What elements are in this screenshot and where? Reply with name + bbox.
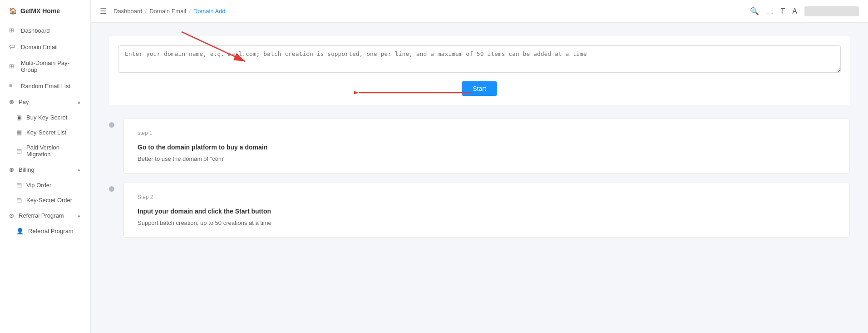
step-1-title: Go to the domain platform to buy a domai…	[138, 144, 836, 151]
sidebar: 🏠 GetMX Home ⊞ Dashboard 🏷 Domain Email …	[0, 0, 91, 333]
sidebar-item-random-email[interactable]: ≡ Random Email List	[0, 78, 90, 94]
sidebar-label-referral-program: Referral Program	[28, 228, 74, 234]
header-left: ☰ Dashboard / Domain Email / Domain Add	[100, 7, 226, 15]
sidebar-label-buy-key-secret: Buy Key-Secret	[26, 114, 67, 121]
step-1-description: Better to use the domain of "com"	[138, 155, 836, 162]
fullscreen-icon[interactable]: ⛶	[766, 7, 774, 15]
sidebar-label-paid-version-migration: Paid Version Migration	[26, 144, 81, 158]
tag-icon: 🏷	[9, 43, 16, 50]
header-right: 🔍 ⛶ T A	[750, 6, 859, 16]
sidebar-item-dashboard[interactable]: ⊞ Dashboard	[0, 22, 90, 39]
domain-input-area: Start	[109, 36, 850, 105]
header: ☰ Dashboard / Domain Email / Domain Add …	[91, 0, 868, 23]
sidebar-label-domain-email: Domain Email	[21, 44, 58, 50]
sidebar-label-key-secret-order: Key-Secret Order	[26, 197, 72, 204]
sidebar-section-pay[interactable]: ⊛ Pay ▲	[0, 94, 90, 110]
step-2-title: Input your domain and click the Start bu…	[138, 208, 836, 215]
breadcrumb-dashboard[interactable]: Dashboard	[113, 8, 143, 15]
domain-textarea[interactable]	[118, 45, 841, 73]
referral-icon: ⊙	[9, 212, 14, 219]
step-1-label: step 1	[138, 130, 836, 136]
vip-icon: ▤	[16, 182, 22, 189]
sidebar-section-referral[interactable]: ⊙ Referral Program ▲	[0, 208, 90, 224]
step-2-description: Support batch creation, up to 50 creatio…	[138, 219, 836, 226]
search-icon[interactable]: 🔍	[750, 7, 759, 15]
sidebar-label-dashboard: Dashboard	[21, 27, 50, 34]
key-order-icon: ▤	[16, 197, 22, 204]
sidebar-section-pay-label: Pay	[19, 99, 29, 105]
font-icon[interactable]: T	[781, 7, 785, 15]
chevron-up-icon-referral: ▲	[77, 213, 81, 218]
sidebar-item-paid-version-migration[interactable]: ▤ Paid Version Migration	[0, 140, 90, 162]
sidebar-label-random-email: Random Email List	[21, 83, 70, 89]
home-icon: 🏠	[9, 7, 17, 15]
chevron-up-icon: ▲	[77, 99, 81, 104]
step-2-container: Step 2 Input your domain and click the S…	[109, 183, 850, 238]
start-button[interactable]: Start	[462, 81, 497, 96]
breadcrumb: Dashboard / Domain Email / Domain Add	[113, 8, 226, 15]
sidebar-item-multi-domain[interactable]: ⊞ Multi-Domain Pay-Group	[0, 55, 90, 78]
step-2-card: Step 2 Input your domain and click the S…	[123, 183, 850, 238]
sidebar-label-key-secret-list: Key-Secret List	[26, 129, 66, 136]
billing-icon: ⊛	[9, 166, 14, 173]
sidebar-logo[interactable]: 🏠 GetMX Home	[0, 0, 90, 22]
main-area: ☰ Dashboard / Domain Email / Domain Add …	[91, 0, 868, 333]
step-2-label: Step 2	[138, 194, 836, 200]
sidebar-item-key-secret-list[interactable]: ▤ Key-Secret List	[0, 125, 90, 140]
translate-icon[interactable]: A	[792, 7, 797, 15]
sidebar-section-billing-label: Billing	[19, 166, 35, 173]
user-icon: 👤	[16, 228, 24, 234]
sidebar-label-vip-order: Vip Order	[26, 182, 51, 189]
sidebar-item-key-secret-order[interactable]: ▤ Key-Secret Order	[0, 193, 90, 208]
step-1-container: step 1 Go to the domain platform to buy …	[109, 119, 850, 174]
pay-icon: ⊛	[9, 99, 14, 105]
sidebar-item-domain-email[interactable]: 🏷 Domain Email	[0, 39, 90, 55]
list-icon: ≡	[9, 82, 16, 89]
sidebar-section-billing[interactable]: ⊛ Billing ▲	[0, 162, 90, 178]
migration-icon: ▤	[16, 148, 22, 154]
step-2-dot	[109, 186, 114, 192]
sidebar-item-referral-program[interactable]: 👤 Referral Program	[0, 224, 90, 239]
sidebar-label-multi-domain: Multi-Domain Pay-Group	[21, 60, 81, 73]
breadcrumb-domain-email[interactable]: Domain Email	[149, 8, 186, 15]
sidebar-item-vip-order[interactable]: ▤ Vip Order	[0, 178, 90, 193]
breadcrumb-sep-2: /	[189, 8, 191, 15]
sidebar-item-buy-key-secret[interactable]: ▣ Buy Key-Secret	[0, 110, 90, 125]
dashboard-icon: ⊞	[9, 27, 16, 34]
steps-area: step 1 Go to the domain platform to buy …	[109, 119, 850, 238]
step-1-dot	[109, 122, 114, 128]
breadcrumb-sep-1: /	[145, 8, 147, 15]
file-icon: ▤	[16, 129, 22, 136]
content-area: Start s	[91, 23, 868, 333]
step-1-card: step 1 Go to the domain platform to buy …	[123, 119, 850, 174]
start-button-area: Start	[118, 81, 841, 96]
input-section: Start	[109, 36, 850, 105]
menu-icon[interactable]: ☰	[100, 7, 106, 15]
box-icon: ▣	[16, 114, 22, 121]
chevron-up-icon-billing: ▲	[77, 167, 81, 172]
grid-icon: ⊞	[9, 63, 16, 70]
user-avatar[interactable]	[804, 6, 859, 16]
breadcrumb-domain-add[interactable]: Domain Add	[193, 8, 226, 15]
sidebar-logo-label: GetMX Home	[20, 7, 60, 15]
sidebar-section-referral-label: Referral Program	[19, 212, 64, 219]
